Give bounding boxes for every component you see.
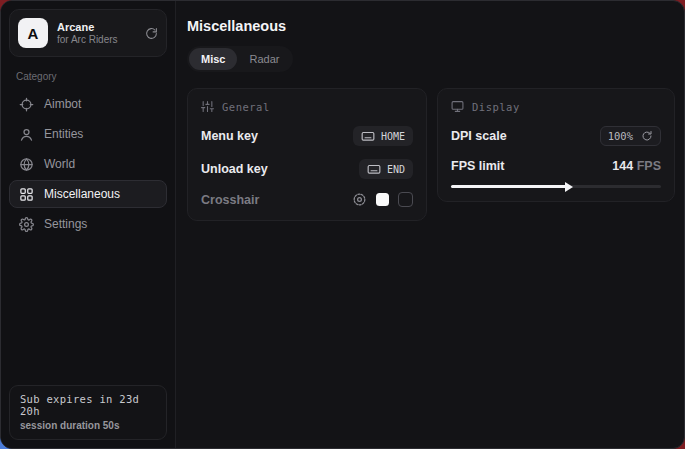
unload-key-value: END <box>387 164 405 175</box>
sidebar: A Arcane for Arc Riders Category Aimbot <box>1 1 176 448</box>
crosshair-row: Crosshair <box>201 192 413 207</box>
grid-icon <box>19 187 34 202</box>
session-duration-text: session duration 50s <box>20 420 156 431</box>
menu-key-label: Menu key <box>201 129 258 143</box>
display-panel-title: Display <box>472 101 520 113</box>
sidebar-item-label: Entities <box>44 127 83 141</box>
general-panel: General Menu key HOME Unload key <box>187 88 427 221</box>
keyboard-icon <box>367 162 381 176</box>
sidebar-item-entities[interactable]: Entities <box>9 120 167 148</box>
fps-slider-handle[interactable] <box>565 182 573 192</box>
fps-unit: FPS <box>637 159 661 173</box>
fps-limit-value: 144 FPS <box>612 159 661 173</box>
app-window: A Arcane for Arc Riders Category Aimbot <box>0 0 685 449</box>
crosshair-icon <box>19 97 34 112</box>
keyboard-icon <box>361 129 375 143</box>
tab-radar[interactable]: Radar <box>237 48 291 70</box>
unload-key-row: Unload key END <box>201 159 413 179</box>
crosshair-controls <box>352 192 413 207</box>
entities-icon <box>19 127 34 142</box>
monitor-icon <box>451 100 464 113</box>
page-title: Miscellaneous <box>187 18 675 34</box>
sidebar-nav: Aimbot Entities World Miscellaneous <box>9 90 167 238</box>
fps-limit-slider[interactable] <box>451 185 661 188</box>
crosshair-checkbox[interactable] <box>398 192 413 207</box>
fps-limit-label: FPS limit <box>451 159 504 173</box>
category-label: Category <box>16 71 167 82</box>
sidebar-item-world[interactable]: World <box>9 150 167 178</box>
menu-key-value: HOME <box>381 131 405 142</box>
sidebar-item-label: Settings <box>44 217 87 231</box>
sidebar-item-aimbot[interactable]: Aimbot <box>9 90 167 118</box>
tab-misc[interactable]: Misc <box>189 48 237 70</box>
crosshair-color-swatch[interactable] <box>376 193 389 206</box>
sidebar-item-label: World <box>44 157 75 171</box>
display-panel: Display DPI scale 100% FPS limit 144 <box>437 88 675 202</box>
menu-key-binding[interactable]: HOME <box>353 126 413 146</box>
gear-icon[interactable] <box>352 192 367 207</box>
dpi-scale-control[interactable]: 100% <box>600 126 661 146</box>
tab-bar: Misc Radar <box>187 46 293 72</box>
app-name: Arcane <box>57 21 136 34</box>
fps-number: 144 <box>612 159 633 173</box>
sidebar-item-settings[interactable]: Settings <box>9 210 167 238</box>
menu-key-row: Menu key HOME <box>201 126 413 146</box>
globe-icon <box>19 157 34 172</box>
general-panel-header: General <box>201 100 413 113</box>
unload-key-binding[interactable]: END <box>359 159 413 179</box>
gear-icon <box>19 217 34 232</box>
subscription-card: Sub expires in 23d 20h session duration … <box>9 385 167 440</box>
fps-limit-row: FPS limit 144 FPS <box>451 159 661 173</box>
fps-slider-fill <box>451 185 567 188</box>
reset-icon[interactable] <box>641 130 653 142</box>
display-panel-header: Display <box>451 100 661 113</box>
sliders-icon <box>201 100 214 113</box>
sidebar-item-label: Miscellaneous <box>44 187 120 201</box>
dpi-scale-value: 100% <box>608 130 633 142</box>
main-content: Miscellaneous Misc Radar General Menu ke… <box>176 1 685 448</box>
app-subtitle: for Arc Riders <box>57 34 136 46</box>
refresh-icon[interactable] <box>145 27 158 40</box>
crosshair-label: Crosshair <box>201 193 259 207</box>
sidebar-item-miscellaneous[interactable]: Miscellaneous <box>9 180 167 208</box>
sub-expiry-text: Sub expires in 23d 20h <box>20 393 156 417</box>
dpi-scale-label: DPI scale <box>451 129 507 143</box>
profile-meta: Arcane for Arc Riders <box>57 21 136 46</box>
general-panel-title: General <box>222 101 270 113</box>
unload-key-label: Unload key <box>201 162 268 176</box>
sidebar-item-label: Aimbot <box>44 97 81 111</box>
panels-row: General Menu key HOME Unload key <box>187 88 675 221</box>
profile-card[interactable]: A Arcane for Arc Riders <box>9 9 167 57</box>
avatar: A <box>18 18 48 48</box>
dpi-scale-row: DPI scale 100% <box>451 126 661 146</box>
